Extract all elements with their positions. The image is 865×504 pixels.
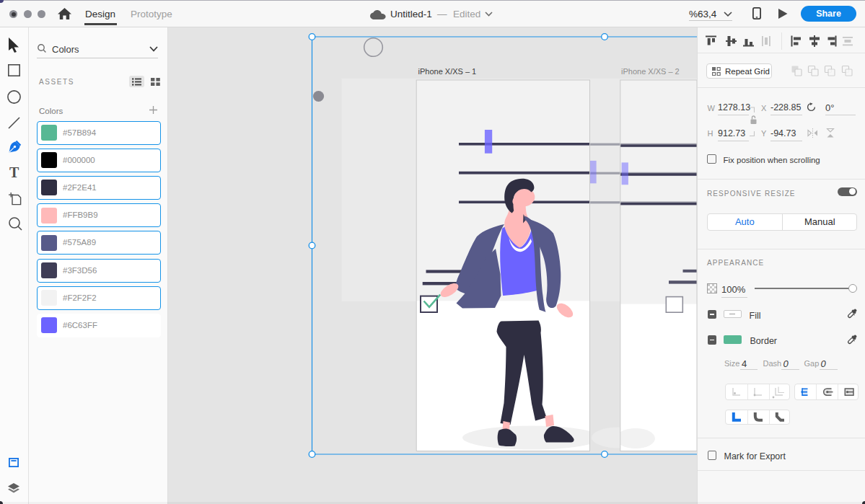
svg-text:iPhone X/XS – 2: iPhone X/XS – 2 [621, 67, 680, 76]
svg-text:iPhone X/XS – 1: iPhone X/XS – 1 [418, 67, 477, 76]
